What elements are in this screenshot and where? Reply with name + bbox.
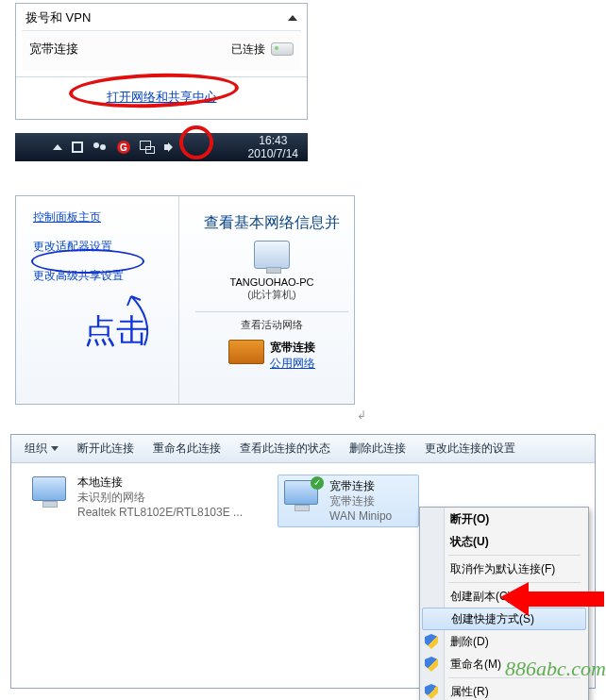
chevron-down-icon bbox=[51, 446, 59, 451]
connection-item-lan[interactable]: 本地连接 未识别的网络 Realtek RTL8102E/RTL8103E ..… bbox=[30, 475, 247, 520]
open-network-center-link[interactable]: 打开网络和共享中心 bbox=[107, 90, 217, 104]
taskbar: G 16:43 2010/7/14 bbox=[15, 133, 308, 161]
modem-icon bbox=[271, 42, 294, 56]
antivirus-icon[interactable]: G bbox=[117, 141, 130, 154]
menu-rename[interactable]: 重命名(M) bbox=[420, 653, 588, 675]
shield-icon bbox=[425, 634, 438, 649]
menu-status[interactable]: 状态(U) bbox=[420, 530, 588, 553]
lan-sub1: 未识别的网络 bbox=[77, 490, 243, 505]
bench-icon bbox=[228, 340, 264, 364]
basic-network-info-title: 查看基本网络信息并 bbox=[195, 213, 348, 233]
computer-icon bbox=[254, 241, 290, 269]
lan-name: 本地连接 bbox=[77, 475, 243, 490]
menu-properties[interactable]: 属性(R) bbox=[420, 680, 588, 700]
computer-name: TANGUOHAO-PC bbox=[195, 276, 348, 288]
action-center-icon[interactable] bbox=[72, 142, 83, 153]
computer-sub: (此计算机) bbox=[195, 288, 348, 302]
toolbar: 组织 断开此连接 重命名此连接 查看此连接的状态 删除此连接 更改此连接的设置 bbox=[11, 435, 595, 463]
bb-sub1: 宽带连接 bbox=[329, 493, 392, 508]
tray-clock[interactable]: 16:43 2010/7/14 bbox=[248, 134, 302, 160]
tray-time: 16:43 bbox=[248, 134, 298, 147]
network-tray-icon[interactable] bbox=[140, 141, 155, 154]
shield-icon bbox=[425, 684, 438, 699]
people-icon[interactable] bbox=[93, 141, 108, 154]
toolbar-disconnect[interactable]: 断开此连接 bbox=[68, 435, 143, 462]
change-adapter-settings-link[interactable]: 更改适配器设置 bbox=[33, 239, 178, 255]
context-menu: 断开(O) 状态(U) 取消作为默认连接(F) 创建副本(C) 创建快捷方式(S… bbox=[419, 507, 589, 700]
tray-expand-icon[interactable] bbox=[53, 144, 62, 150]
active-conn-name: 宽带连接 bbox=[270, 340, 315, 356]
network-connections-window: 组织 断开此连接 重命名此连接 查看此连接的状态 删除此连接 更改此连接的设置 … bbox=[10, 434, 596, 689]
monitor-icon bbox=[32, 476, 66, 501]
check-icon: ✓ bbox=[311, 476, 324, 490]
active-conn-type-link[interactable]: 公用网络 bbox=[270, 357, 315, 370]
network-popup: 拨号和 VPN 宽带连接 已连接 打开网络和共享中心 bbox=[15, 3, 308, 120]
menu-delete[interactable]: 删除(D) bbox=[420, 630, 588, 653]
menu-create-copy[interactable]: 创建副本(C) bbox=[420, 585, 588, 608]
menu-create-shortcut[interactable]: 创建快捷方式(S) bbox=[422, 608, 586, 630]
network-sharing-center: 控制面板主页 更改适配器设置 更改高级共享设置 点击 查看基本网络信息并 TAN… bbox=[15, 195, 355, 405]
annotation-arrow-blue bbox=[126, 291, 158, 347]
bb-sub2: WAN Minipo bbox=[329, 508, 392, 524]
lan-sub2: Realtek RTL8102E/RTL8103E ... bbox=[77, 505, 243, 520]
toolbar-delete[interactable]: 删除此连接 bbox=[340, 435, 415, 462]
menu-unset-default[interactable]: 取消作为默认连接(F) bbox=[420, 558, 588, 580]
control-panel-home-link[interactable]: 控制面板主页 bbox=[33, 210, 101, 224]
collapse-icon[interactable] bbox=[288, 15, 297, 21]
toolbar-status[interactable]: 查看此连接的状态 bbox=[230, 435, 340, 462]
change-advanced-sharing-link[interactable]: 更改高级共享设置 bbox=[33, 268, 178, 284]
organize-button[interactable]: 组织 bbox=[15, 435, 68, 462]
toolbar-rename[interactable]: 重命名此连接 bbox=[143, 435, 230, 462]
connection-status: 已连接 bbox=[231, 42, 265, 58]
shield-icon bbox=[425, 657, 438, 672]
text-cursor: ↲ bbox=[357, 408, 366, 422]
connection-name: 宽带连接 bbox=[29, 41, 78, 58]
volume-icon[interactable] bbox=[164, 142, 176, 153]
connection-row[interactable]: 宽带连接 已连接 bbox=[29, 41, 294, 58]
active-network-label: 查看活动网络 bbox=[195, 318, 348, 332]
annotation-handwriting: 点击 bbox=[84, 309, 148, 353]
tray-date: 2010/7/14 bbox=[248, 147, 298, 160]
section-title: 拨号和 VPN bbox=[25, 9, 91, 26]
menu-disconnect[interactable]: 断开(O) bbox=[420, 508, 588, 530]
toolbar-settings[interactable]: 更改此连接的设置 bbox=[415, 435, 525, 462]
connection-item-broadband[interactable]: ✓ 宽带连接 宽带连接 WAN Minipo bbox=[278, 475, 419, 527]
bb-name: 宽带连接 bbox=[329, 478, 392, 493]
